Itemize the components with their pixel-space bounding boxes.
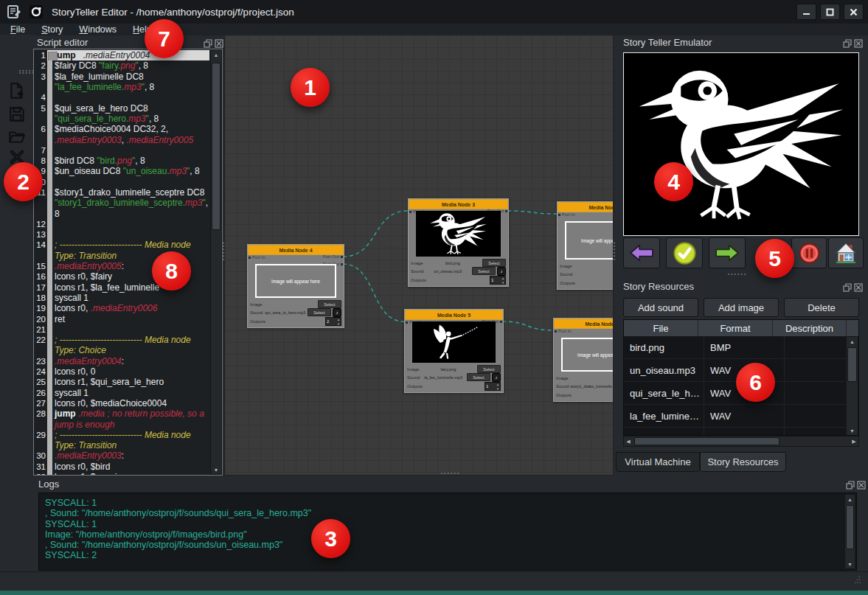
audio-icon[interactable]: ♪ [333,308,341,317]
column-header-format[interactable]: Format [698,320,773,336]
code-line[interactable]: jump is enough [34,419,209,429]
code-line[interactable]: 23.mediaEntry0004: [34,356,209,366]
splitter-handle[interactable]: •••••• [614,241,616,263]
scrollbar-thumb[interactable] [634,437,780,445]
maximize-button[interactable] [820,4,840,20]
table-row[interactable]: un_oiseau.mp3WAV [624,359,847,382]
splitter-handle[interactable]: •••••• [726,273,749,275]
menu-windows[interactable]: Windows [79,24,117,35]
scroll-up-arrow[interactable]: ▲ [847,337,858,346]
scroll-left-arrow[interactable]: ◀ [624,436,633,446]
logs-vertical-scrollbar[interactable]: ▲ ▼ [844,494,855,569]
pause-button[interactable] [791,237,827,268]
code-line[interactable]: Type: Choice [34,345,209,355]
select-button[interactable]: Select [308,308,331,316]
code-line[interactable]: 8 [34,208,209,218]
node-title[interactable]: Media Node 4 [248,245,344,255]
node-graph-canvas[interactable]: Media Node 4Port InPort OutPort OutImage… [224,35,614,476]
code-line[interactable]: 21 [34,324,209,335]
code-line[interactable]: 4 [34,92,209,102]
open-button[interactable] [7,126,27,147]
table-row[interactable]: la_fee_lumine…WAV [624,405,847,428]
node-title[interactable]: Media Node 5 [405,310,503,320]
add-image-button[interactable]: Add image [704,298,779,317]
close-panel-icon[interactable] [854,282,863,290]
node-port-out[interactable]: Port Out [323,254,343,259]
code-line[interactable]: 11$story1_drako_luminelle_sceptre DC8 [34,187,209,198]
code-line[interactable]: 27lcons r0, $mediaChoice0004 [34,398,209,408]
code-line[interactable]: 30.mediaEntry0003: [34,450,209,461]
code-line[interactable]: 22; ---------------------------- Media n… [34,335,209,345]
node-connection[interactable] [507,211,557,214]
code-line[interactable]: 8$bird DC8 "bird.png", 8 [34,156,209,166]
audio-icon[interactable]: ♪ [492,373,501,382]
code-line[interactable]: 6$mediaChoice0004 DC32, 2, [34,124,209,134]
outputs-spinner[interactable]: 1▲▼ [490,276,506,285]
node-connection[interactable] [502,321,553,330]
table-horizontal-scrollbar[interactable]: ◀ ▶ [623,436,859,447]
table-row[interactable]: bird.pngBMP [624,336,847,359]
code-line[interactable]: 29; ---------------------------- Media n… [34,430,209,440]
node-connection[interactable] [343,264,404,321]
float-panel-icon[interactable] [846,479,855,488]
code-line[interactable]: "la_fee_luminelle.mp3", 8 [34,82,209,92]
scroll-down-arrow[interactable]: ▼ [211,465,221,474]
resize-grip[interactable]: • ••••• [855,575,865,585]
table-row[interactable]: qui_sera_le_h…WAV [624,382,847,405]
float-panel-icon[interactable] [204,38,212,46]
scroll-right-arrow[interactable]: ▶ [850,436,858,446]
logs-output[interactable]: SYSCALL: 1, Sound: "/home/anthony/ostpro… [38,493,857,571]
splitter-handle[interactable]: •••••• [223,241,225,263]
float-panel-icon[interactable] [843,38,852,46]
media-node[interactable]: Media Node 5Port InPort OutImagefairy.pn… [404,309,504,393]
code-line[interactable]: 13 [34,229,209,240]
audio-icon[interactable]: ♪ [497,267,506,276]
tab-story-resources[interactable]: Story Resources [700,452,786,472]
previous-button[interactable] [623,237,660,268]
code-line[interactable]: 26syscall 1 [34,388,209,398]
window-titlebar[interactable]: StoryTeller Editor - /home/anthony/ostpr… [0,0,868,24]
code-line[interactable]: 20ret [34,313,209,324]
save-button[interactable] [7,104,27,125]
new-script-button[interactable] [7,80,27,101]
node-title[interactable]: Media Node 3 [409,199,508,209]
column-header-description[interactable]: Description [773,320,847,336]
code-line[interactable]: 2$fairy DC8 "fairy.png", 8 [34,60,209,71]
code-line[interactable]: 31lcons r0, $bird [34,462,209,472]
menu-story[interactable]: Story [41,24,63,35]
outputs-spinner[interactable]: 2▲▼ [325,317,341,326]
ok-button[interactable] [666,237,703,268]
code-line[interactable]: 9$un_oiseau DC8 "un_oiseau.mp3", 8 [34,166,209,176]
add-sound-button[interactable]: Add sound [623,298,698,317]
code-line[interactable]: 32lcons r1, $un_oiseau [34,472,209,476]
delete-button[interactable]: Delete [784,298,859,317]
table-vertical-scrollbar[interactable]: ▲ ▼ [846,336,858,436]
code-line[interactable]: 14; ---------------------------- Media n… [34,240,209,250]
close-panel-icon[interactable] [215,38,223,46]
close-panel-icon[interactable] [857,479,866,488]
node-title[interactable]: Media Node 6 [554,319,614,329]
scroll-down-arrow[interactable]: ▼ [847,426,858,435]
menu-file[interactable]: File [10,24,25,35]
code-line[interactable]: 1jump .mediaEntry0004 [34,50,209,60]
home-button[interactable] [828,237,864,268]
select-button[interactable]: Select [318,300,341,308]
media-node[interactable]: Media Node 6Port InPort OutImage will ap… [553,318,614,402]
code-line[interactable]: 24lcons r0, 0 [34,366,209,377]
code-line[interactable]: Type: Transition [34,440,209,450]
scroll-up-arrow[interactable]: ▲ [211,50,221,59]
script-editor[interactable]: 1jump .mediaEntry00042$fairy DC8 "fairy.… [33,49,223,476]
scroll-down-arrow[interactable]: ▼ [845,560,855,568]
code-line[interactable]: 7 [34,145,209,156]
scrollbar-thumb[interactable] [212,63,221,230]
splitter-handle[interactable]: •••••• [440,472,462,474]
outputs-spinner[interactable]: 1▲▼ [485,382,501,391]
code-line[interactable]: 25lcons r1, $qui_sera_le_hero [34,377,209,387]
code-line[interactable]: 19lcons r0, .mediaEntry0006 [34,303,209,313]
table-row[interactable]: fairy.pngBMP [624,428,847,436]
node-title[interactable]: Media Node 2 [558,202,614,212]
media-node[interactable]: Media Node 3Port InPort OutImagebird.png… [408,198,509,287]
select-button[interactable]: Select [467,373,490,381]
code-line[interactable]: 28jump .media ; no return possible, so a [34,408,209,419]
node-port-in[interactable]: Port In [558,212,575,217]
